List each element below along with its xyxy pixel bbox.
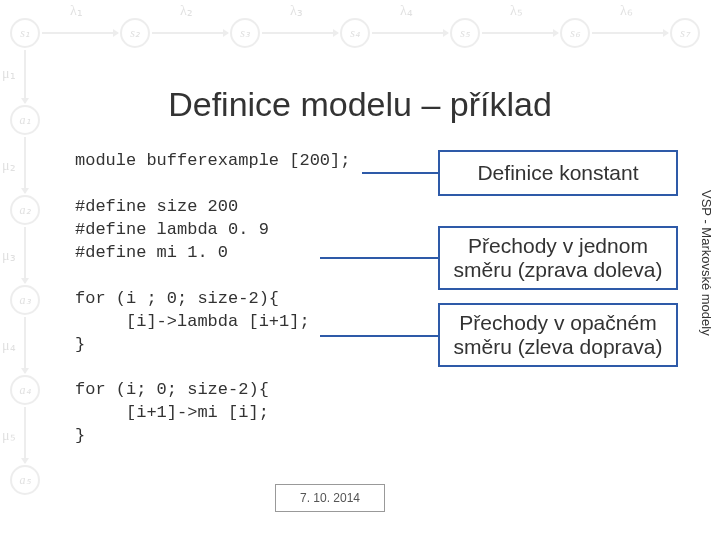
- date-box: 7. 10. 2014: [275, 484, 385, 512]
- connector-line: [362, 172, 438, 174]
- annotation-forward: Přechody v jednom směru (zprava doleva): [438, 226, 678, 290]
- side-label: VSP - Markovské modely: [699, 190, 714, 336]
- code-line: for (i; 0; size-2){: [75, 380, 269, 399]
- slide-title: Definice modelu – příklad: [0, 85, 720, 124]
- connector-line: [320, 335, 438, 337]
- code-block: module bufferexample [200]; #define size…: [75, 150, 350, 448]
- code-line: }: [75, 426, 85, 445]
- code-line: module bufferexample [200];: [75, 151, 350, 170]
- code-line: #define size 200: [75, 197, 238, 216]
- code-line: #define lambda 0. 9: [75, 220, 269, 239]
- code-line: for (i ; 0; size-2){: [75, 289, 279, 308]
- code-line: [i+1]->mi [i];: [75, 403, 269, 422]
- code-line: [i]->lambda [i+1];: [75, 312, 310, 331]
- annotation-constants: Definice konstant: [438, 150, 678, 196]
- annotation-backward: Přechody v opačném směru (zleva doprava): [438, 303, 678, 367]
- connector-line: [320, 257, 438, 259]
- code-line: }: [75, 335, 85, 354]
- code-line: #define mi 1. 0: [75, 243, 228, 262]
